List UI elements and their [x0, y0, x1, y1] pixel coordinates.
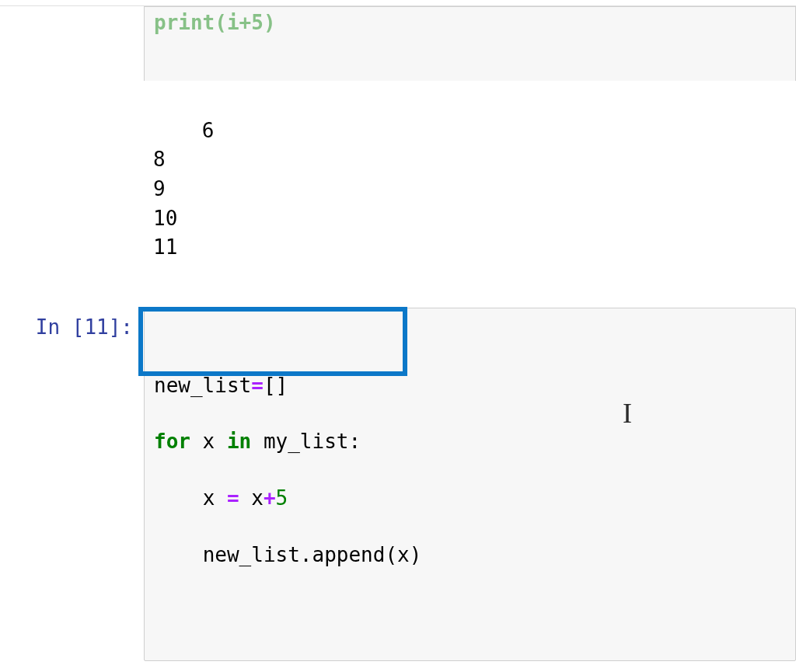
code-token: x	[239, 486, 264, 510]
code-token: x	[190, 430, 227, 453]
code-token: my_list:	[251, 430, 361, 453]
code-token: new_list.append(x)	[203, 543, 422, 566]
toolbar	[0, 0, 796, 6]
code-input[interactable]: new_list=[] for x in my_list: x = x+5 ne…	[144, 308, 796, 661]
code-token: =	[227, 486, 239, 510]
text-cursor-icon: I	[623, 394, 632, 433]
output-line: 11	[153, 235, 177, 259]
code-token: 5	[276, 486, 288, 510]
code-cell-11: In [11]: new_list=[] for x in my_list: x…	[0, 308, 796, 666]
code-token: =	[251, 374, 264, 397]
code-token: new_list	[154, 374, 251, 397]
code-keyword-in: in	[227, 430, 251, 453]
code-keyword-for: for	[154, 430, 190, 453]
prev-code-cell-input[interactable]: print(i+5)	[144, 6, 796, 81]
annotation-highlight	[138, 307, 407, 376]
code-indent	[154, 486, 203, 510]
output-line: 6	[202, 119, 215, 142]
code-token: +	[264, 486, 276, 510]
output-line: 10	[153, 207, 177, 230]
code-token: []	[264, 374, 288, 397]
output-line: 8	[153, 148, 166, 171]
notebook-cells: print(i+5) 6 8 9 10 11 In [11]: new_list…	[0, 6, 796, 672]
prev-cell-output: 6 8 9 10 11	[144, 81, 796, 308]
code-token: x	[203, 486, 227, 510]
cell-prompt: In [11]:	[0, 308, 144, 339]
prev-code-fragment: print(i+5)	[154, 11, 786, 34]
output-line: 9	[153, 177, 166, 200]
code-indent	[154, 543, 203, 566]
